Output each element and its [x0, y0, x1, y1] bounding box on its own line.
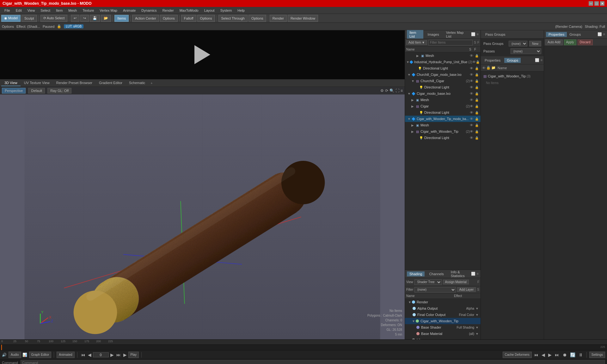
tree-item-light-0[interactable]: 💡 Directional Light 👁 🔒 [405, 65, 481, 71]
tree-arrow-11[interactable]: ▶ [411, 124, 415, 127]
menu-view[interactable]: View [25, 8, 38, 13]
lock-icon-3[interactable]: 🔒 [475, 73, 479, 76]
eye-icon-6[interactable]: 👁 [470, 92, 475, 95]
timeline-track[interactable]: 225 [0, 344, 607, 350]
tab-item-list[interactable]: Item List [407, 30, 423, 39]
3d-viewport[interactable]: Perspective Default Ray GL: Off ⚙ ⟳ 🔍 ⛶ … [0, 87, 405, 339]
sh-item-final-color[interactable]: Final Color Output Final Color ▼ [405, 312, 481, 318]
audio-btn[interactable]: Audio [9, 352, 21, 358]
eye-icon-8[interactable]: 👁 [470, 104, 475, 108]
menu-texture[interactable]: Texture [80, 8, 96, 13]
lock-icon-5[interactable]: 🔒 [475, 86, 479, 89]
tree-arrow-8[interactable]: ▶ [411, 105, 415, 108]
items-btn[interactable]: Items [114, 15, 129, 22]
tree-item-light-3[interactable]: 💡 Directional Light 👁 🔒 [405, 135, 481, 141]
options-label[interactable]: Options [2, 25, 14, 28]
eye-icon-3[interactable]: 👁 [470, 73, 475, 76]
tree-arrow-7[interactable]: ▶ [411, 98, 415, 102]
menu-maxtomodo[interactable]: MaxToModo [177, 8, 201, 13]
tab-3d-view[interactable]: 3D View [1, 80, 21, 86]
tab-images[interactable]: Images [425, 32, 442, 37]
pb-icon-2[interactable]: ◀ [541, 352, 546, 357]
falloff-btn[interactable]: Falloff [181, 15, 196, 22]
pass-groups-select[interactable]: (none) [509, 41, 527, 46]
window-controls[interactable]: ─ □ ✕ [589, 1, 604, 6]
expand-panel-icon[interactable]: ⬜ [471, 32, 475, 36]
more-shading-icon[interactable]: ≡ [477, 272, 479, 276]
tree-item-cigar-base[interactable]: ▼ 🔷 Cigar_modo_base.lxo 👁 🔒 [405, 90, 481, 97]
tree-item-mesh-1[interactable]: ▶ ▣ Mesh 👁 🔒 [405, 97, 481, 103]
save-btn[interactable]: 💾 [90, 15, 100, 22]
tab-groups-props[interactable]: Groups [567, 32, 583, 37]
more-groups-icon[interactable]: ≡ [541, 58, 543, 62]
sh-arrow-alpha[interactable]: ▼ [475, 307, 479, 310]
action-options-btn[interactable]: Options [160, 15, 178, 22]
timeline-playhead[interactable] [1, 345, 2, 350]
play-label-btn[interactable]: Play [128, 352, 139, 358]
go-start-btn[interactable]: ⏮ [80, 352, 86, 357]
animated-btn[interactable]: Animated [57, 352, 74, 358]
tree-item-churchill-cigar[interactable]: ▼ ▤ Churchill_Cigar (2) 👁 🔒 [405, 78, 481, 84]
groups-lock-icon[interactable]: 🔒 [486, 66, 491, 70]
select-options-btn[interactable]: Options [248, 15, 266, 22]
frame-input[interactable] [93, 352, 109, 357]
menu-help[interactable]: Help [235, 8, 247, 13]
vp-more-btn[interactable]: ≡ [401, 88, 403, 93]
tab-uv-texture[interactable]: UV Texture View [21, 80, 53, 86]
menu-item[interactable]: Item [53, 8, 65, 13]
go-end-btn[interactable]: ⏭ [115, 352, 122, 357]
tree-arrow-12[interactable]: ▶ [411, 130, 415, 133]
filter-select[interactable]: (none) [414, 287, 456, 293]
sh-item-cigar-tip[interactable]: ▼ Cigar_with_Wooden_Tip [405, 318, 481, 324]
auto-select-btn[interactable]: ⟳ Auto Select [40, 15, 68, 22]
tree-item-churchill-base[interactable]: ▼ 🔷 Churchill_Cigar_modo_base.lxo 👁 🔒 [405, 71, 481, 78]
tree-arrow-1[interactable]: ▼ [406, 60, 409, 64]
tab-render-preset[interactable]: Render Preset Browser [53, 80, 95, 86]
tree-item-wooden-tip-group[interactable]: ▶ ▤ Cigar_with_Wooden_Tip (2) 👁 🔒 [405, 128, 481, 135]
model-mode-btn[interactable]: ◉ Model [1, 15, 21, 22]
menu-edit[interactable]: Edit [13, 8, 24, 13]
lock-icon-8[interactable]: 🔒 [475, 105, 479, 108]
sh-item-base-shader[interactable]: Base Shader Full Shading ▼ [405, 324, 481, 331]
menu-layout[interactable]: Layout [202, 8, 217, 13]
filter-items-input[interactable] [428, 40, 473, 46]
tab-groups[interactable]: Groups [504, 58, 521, 63]
eye-icon-4[interactable]: 👁 [470, 79, 475, 83]
eye-icon-12[interactable]: 👁 [470, 130, 475, 133]
tree-item-light-1[interactable]: 💡 Directional Light 👁 🔒 [405, 84, 481, 90]
undo-btn[interactable]: ↩ [71, 15, 79, 22]
vp-expand-btn[interactable]: ⛶ [395, 88, 399, 93]
lock-icon-11[interactable]: 🔒 [475, 124, 479, 127]
pb-icon-7[interactable]: ⏸ [578, 352, 584, 357]
tab-properties[interactable]: Properties [482, 58, 503, 63]
tree-item-light-2[interactable]: 💡 Directional Light 👁 🔒 [405, 109, 481, 116]
tab-pass-groups[interactable]: Pass Groups [483, 32, 508, 37]
perspective-label[interactable]: Perspective [2, 88, 26, 94]
eye-icon-1[interactable]: 👁 [472, 60, 476, 64]
pb-icon-6[interactable]: 🔄 [569, 352, 576, 357]
group-item-cigar-tip[interactable]: ▤ Cigar_with_Wooden_Tip (3) [482, 73, 543, 80]
menu-mesh[interactable]: Mesh [66, 8, 79, 13]
render-btn[interactable]: Render [270, 15, 287, 22]
redo-btn[interactable]: ↪ [80, 15, 89, 22]
tree-arrow-0[interactable]: ▶ [416, 54, 420, 58]
default-label[interactable]: Default [28, 88, 45, 94]
tree-item-mesh-2[interactable]: ▶ ▣ Mesh 👁 🔒 [405, 122, 481, 128]
tree-arrow-6[interactable]: ▼ [408, 92, 411, 95]
prev-frame-btn[interactable]: ◀ [87, 352, 92, 357]
pb-icon-5[interactable]: ⏺ [561, 352, 568, 357]
pb-icon-4[interactable]: ⏭ [554, 352, 560, 357]
graph-editor-btn[interactable]: Graph Editor [29, 352, 52, 358]
tree-item-cigar-group[interactable]: ▶ ▤ Cigar (2) 👁 🔒 [405, 103, 481, 109]
tree-arrow-10[interactable]: ▼ [408, 117, 411, 121]
add-view-tab-btn[interactable]: + [149, 80, 154, 86]
command-input[interactable] [21, 360, 605, 364]
more-props-icon[interactable]: ≡ [603, 32, 605, 36]
sh-expand-cigar[interactable]: ▼ [412, 319, 415, 323]
sh-arrow-shader[interactable]: ▼ [475, 326, 479, 329]
sh-arrow-final[interactable]: ▼ [475, 313, 479, 317]
assign-material-btn[interactable]: Assign Material [443, 280, 469, 284]
menu-system[interactable]: System [218, 8, 235, 13]
next-frame-btn[interactable]: ▶ [109, 352, 115, 357]
tree-item-mesh-0[interactable]: ▶ ▣ Mesh 👁 🔒 [405, 52, 481, 59]
